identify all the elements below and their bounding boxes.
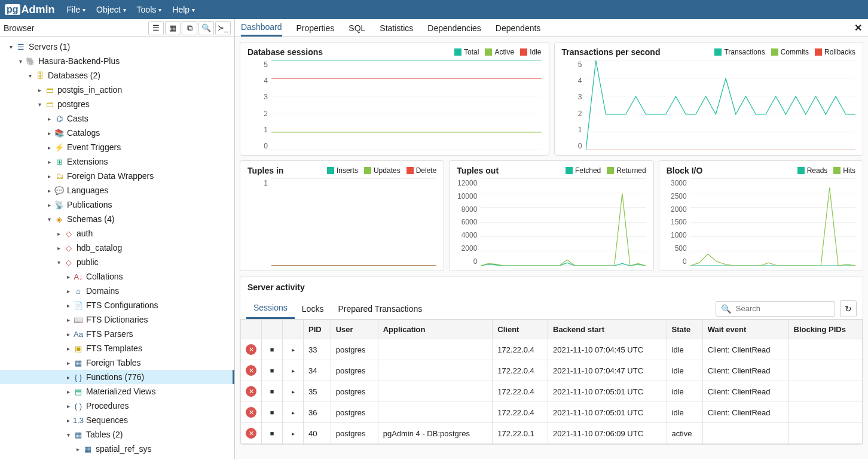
expand-row-icon[interactable]: ▸	[288, 428, 298, 439]
tab-dependents[interactable]: Dependents	[496, 20, 541, 36]
terminate-session-icon[interactable]: ■	[267, 365, 277, 376]
tree-node[interactable]: ▾▦Tables (2)	[0, 427, 234, 442]
tree-toggle-icon[interactable]: ▸	[44, 159, 54, 165]
cancel-session-icon[interactable]: ✕	[246, 365, 256, 376]
tree-node[interactable]: ▸1.3Sequences	[0, 413, 234, 427]
tree-toggle-icon[interactable]: ▸	[73, 446, 82, 452]
tool-grid-icon[interactable]: ▦	[165, 21, 181, 35]
menu-file[interactable]: File▾	[67, 5, 86, 14]
tree-toggle-icon[interactable]: ▸	[44, 173, 54, 180]
tree-toggle-icon[interactable]: ▾	[54, 259, 63, 266]
tab-dependencies[interactable]: Dependencies	[427, 20, 481, 36]
search-input[interactable]	[736, 304, 830, 313]
tab-dashboard[interactable]: Dashboard	[241, 19, 282, 37]
cancel-session-icon[interactable]: ✕	[246, 344, 256, 355]
tree-toggle-icon[interactable]: ▸	[44, 187, 54, 194]
column-header[interactable]: Backend start	[548, 320, 667, 339]
tree-toggle-icon[interactable]: ▸	[44, 144, 54, 151]
tree-node[interactable]: ▸▦spatial_ref_sys	[0, 442, 234, 456]
table-row[interactable]: ✕■▸34postgres172.22.0.42021-11-10 07:04:…	[241, 360, 863, 381]
tree-node[interactable]: ▸⊞Extensions	[0, 154, 234, 169]
table-row[interactable]: ✕■▸33postgres172.22.0.42021-11-10 07:04:…	[241, 339, 863, 360]
tree-toggle-icon[interactable]: ▸	[63, 388, 73, 395]
tree-node[interactable]: ▸AaFTS Parsers	[0, 327, 234, 341]
tree-toggle-icon[interactable]: ▸	[63, 374, 73, 381]
column-header[interactable]: State	[667, 320, 702, 339]
terminate-session-icon[interactable]: ■	[267, 428, 277, 439]
expand-row-icon[interactable]: ▸	[288, 386, 298, 397]
tree-node[interactable]: ▾☰Servers (1)	[0, 39, 234, 54]
activity-search[interactable]: 🔍	[716, 301, 835, 317]
tree-toggle-icon[interactable]: ▸	[63, 403, 73, 409]
cancel-session-icon[interactable]: ✕	[246, 428, 256, 439]
tree-toggle-icon[interactable]: ▸	[44, 202, 54, 208]
tree-node[interactable]: ▸💬Languages	[0, 183, 234, 197]
terminate-session-icon[interactable]: ■	[267, 386, 277, 397]
menu-object[interactable]: Object▾	[96, 5, 126, 14]
tree-node[interactable]: ▾🐘Hasura-Backend-Plus	[0, 54, 234, 68]
tree-toggle-icon[interactable]: ▾	[25, 72, 35, 79]
refresh-button[interactable]: ↻	[840, 300, 857, 317]
tree-toggle-icon[interactable]: ▸	[54, 245, 63, 251]
tree-toggle-icon[interactable]: ▾	[6, 44, 16, 50]
tree-node[interactable]: ▸▦Foreign Tables	[0, 355, 234, 370]
tree-node[interactable]: ▸📡Publications	[0, 197, 234, 212]
tree-node[interactable]: ▸A↓Collations	[0, 269, 234, 284]
tree-node[interactable]: ▸{ }Functions (776)	[0, 370, 234, 384]
tree-node[interactable]: ▸⌂Domains	[0, 284, 234, 298]
tree-toggle-icon[interactable]: ▸	[54, 230, 63, 237]
tree-node[interactable]: ▾🗄Databases (2)	[0, 68, 234, 83]
activity-tab-sessions[interactable]: Sessions	[246, 298, 295, 319]
tool-filter-icon[interactable]: ⧉	[182, 21, 197, 35]
tree-node[interactable]: ▸▤Materialized Views	[0, 384, 234, 399]
terminate-session-icon[interactable]: ■	[267, 407, 277, 418]
activity-tab-locks[interactable]: Locks	[295, 299, 331, 318]
tree-toggle-icon[interactable]: ▸	[44, 115, 54, 122]
tree-toggle-icon[interactable]: ▾	[16, 58, 25, 65]
column-header[interactable]: Client	[493, 320, 548, 339]
tree-toggle-icon[interactable]: ▸	[63, 345, 73, 352]
tree-node[interactable]: ▸◇auth	[0, 226, 234, 241]
tree-toggle-icon[interactable]: ▸	[44, 130, 54, 136]
tree-node[interactable]: ▾◈Schemas (4)	[0, 212, 234, 226]
tree-toggle-icon[interactable]: ▸	[35, 87, 44, 93]
object-tree[interactable]: ▾☰Servers (1)▾🐘Hasura-Backend-Plus▾🗄Data…	[0, 37, 234, 459]
tab-sql[interactable]: SQL	[349, 20, 365, 36]
menu-help[interactable]: Help▾	[172, 5, 195, 14]
tree-toggle-icon[interactable]: ▸	[63, 317, 73, 323]
tree-node[interactable]: ▸📄FTS Configurations	[0, 298, 234, 312]
tree-toggle-icon[interactable]: ▸	[63, 360, 73, 366]
tree-node[interactable]: ▸▣FTS Templates	[0, 341, 234, 355]
expand-row-icon[interactable]: ▸	[288, 407, 298, 418]
expand-row-icon[interactable]: ▸	[288, 365, 298, 376]
tool-search-icon[interactable]: 🔍	[198, 21, 214, 35]
activity-tab-prepared-transactions[interactable]: Prepared Transactions	[331, 299, 429, 318]
column-header[interactable]: Wait event	[702, 320, 788, 339]
table-row[interactable]: ✕■▸36postgres172.22.0.42021-11-10 07:05:…	[241, 402, 863, 423]
cancel-session-icon[interactable]: ✕	[246, 386, 256, 397]
tab-properties[interactable]: Properties	[297, 20, 335, 36]
tree-node[interactable]: ▾◇public	[0, 255, 234, 269]
column-header[interactable]: Application	[378, 320, 493, 339]
tree-node[interactable]: ▾🗃postgres	[0, 97, 234, 111]
menu-tools[interactable]: Tools▾	[137, 5, 162, 14]
tree-node[interactable]: ▸🗂Foreign Data Wrappers	[0, 169, 234, 183]
column-header[interactable]: Blocking PIDs	[788, 320, 862, 339]
tool-terminal-icon[interactable]: ≻_	[215, 21, 231, 35]
tree-node[interactable]: ▸📚Catalogs	[0, 126, 234, 140]
terminate-session-icon[interactable]: ■	[267, 344, 277, 355]
tree-toggle-icon[interactable]: ▾	[35, 101, 44, 108]
tree-node[interactable]: ▸📖FTS Dictionaries	[0, 312, 234, 327]
column-header[interactable]: PID	[304, 320, 331, 339]
cancel-session-icon[interactable]: ✕	[246, 407, 256, 418]
expand-row-icon[interactable]: ▸	[288, 344, 298, 355]
close-panel-icon[interactable]: ✕	[854, 22, 862, 34]
tool-tree-icon[interactable]: ☰	[148, 21, 164, 35]
table-row[interactable]: ✕■▸35postgres172.22.0.42021-11-10 07:05:…	[241, 381, 863, 402]
tree-toggle-icon[interactable]: ▸	[63, 302, 73, 309]
tree-toggle-icon[interactable]: ▾	[63, 431, 73, 438]
tree-toggle-icon[interactable]: ▸	[63, 288, 73, 294]
tree-toggle-icon[interactable]: ▸	[63, 331, 73, 338]
tree-node[interactable]: ▸◇hdb_catalog	[0, 241, 234, 255]
tree-node[interactable]: ▸⚡Event Triggers	[0, 140, 234, 154]
